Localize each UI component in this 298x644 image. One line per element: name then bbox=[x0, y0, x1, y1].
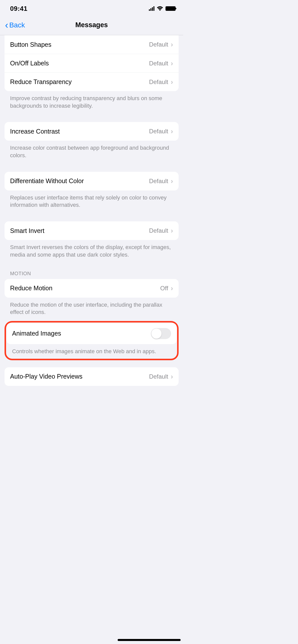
row-label: Differentiate Without Color bbox=[10, 177, 149, 185]
page-title: Messages bbox=[75, 21, 108, 29]
chevron-right-icon: › bbox=[171, 373, 173, 381]
toggle-knob bbox=[151, 329, 161, 339]
motion-group: Reduce Motion Off › bbox=[5, 279, 179, 298]
chevron-right-icon: › bbox=[171, 177, 173, 185]
row-reduce-motion[interactable]: Reduce Motion Off › bbox=[5, 279, 179, 298]
motion-header: MOTION bbox=[5, 260, 179, 279]
nav-bar: ‹ Back Messages bbox=[0, 15, 183, 35]
signal-icon bbox=[149, 6, 154, 11]
row-autoplay-video[interactable]: Auto-Play Video Previews Default › bbox=[5, 367, 179, 386]
group-footer: Increase color contrast between app fore… bbox=[5, 141, 179, 160]
row-value: Off bbox=[160, 285, 168, 292]
chevron-right-icon: › bbox=[171, 284, 173, 292]
row-value: Default bbox=[149, 41, 168, 48]
row-smart-invert[interactable]: Smart Invert Default › bbox=[5, 221, 179, 240]
row-value: Default bbox=[149, 373, 168, 380]
chevron-right-icon: › bbox=[171, 227, 173, 235]
row-label: Smart Invert bbox=[10, 227, 149, 234]
animated-group: Animated Images bbox=[7, 323, 177, 344]
group-footer: Smart Invert reverses the colors of the … bbox=[5, 240, 179, 259]
status-bar: 09:41 bbox=[0, 0, 183, 15]
row-label: On/Off Labels bbox=[10, 60, 149, 67]
contrast-group: Increase Contrast Default › bbox=[5, 122, 179, 141]
battery-icon bbox=[165, 6, 176, 11]
status-time: 09:41 bbox=[10, 5, 27, 13]
back-button[interactable]: ‹ Back bbox=[5, 20, 25, 30]
chevron-left-icon: ‹ bbox=[5, 20, 8, 30]
group-footer: Replaces user interface items that rely … bbox=[5, 190, 179, 210]
row-value: Default bbox=[149, 227, 168, 234]
group-footer: Reduce the motion of the user interface,… bbox=[5, 298, 179, 317]
invert-group: Smart Invert Default › bbox=[5, 221, 179, 240]
row-value: Default bbox=[149, 178, 168, 185]
row-reduce-transparency[interactable]: Reduce Transparency Default › bbox=[5, 72, 179, 91]
back-label: Back bbox=[9, 21, 25, 29]
row-value: Default bbox=[149, 128, 168, 135]
group-footer: Improve contrast by reducing transparenc… bbox=[5, 91, 179, 110]
chevron-right-icon: › bbox=[171, 78, 173, 86]
group-footer: Controls whether images animate on the W… bbox=[7, 344, 177, 358]
row-differentiate-color[interactable]: Differentiate Without Color Default › bbox=[5, 172, 179, 190]
row-button-shapes[interactable]: Button Shapes Default › bbox=[5, 35, 179, 54]
row-label: Reduce Motion bbox=[10, 285, 160, 292]
row-increase-contrast[interactable]: Increase Contrast Default › bbox=[5, 122, 179, 141]
status-icons bbox=[149, 6, 176, 11]
wifi-icon bbox=[157, 6, 163, 11]
highlight-annotation: Animated Images Controls whether images … bbox=[5, 321, 179, 360]
chevron-right-icon: › bbox=[171, 41, 173, 49]
chevron-right-icon: › bbox=[171, 59, 173, 67]
settings-content: Button Shapes Default › On/Off Labels De… bbox=[0, 35, 183, 392]
row-label: Increase Contrast bbox=[10, 128, 149, 135]
row-label: Reduce Transparency bbox=[10, 78, 149, 86]
row-label: Button Shapes bbox=[10, 41, 149, 48]
chevron-right-icon: › bbox=[171, 127, 173, 135]
row-label: Animated Images bbox=[12, 330, 151, 337]
row-value: Default bbox=[149, 78, 168, 86]
toggle-animated-images[interactable] bbox=[151, 328, 171, 339]
row-animated-images[interactable]: Animated Images bbox=[7, 323, 177, 344]
row-onoff-labels[interactable]: On/Off Labels Default › bbox=[5, 54, 179, 72]
autoplay-group: Auto-Play Video Previews Default › bbox=[5, 367, 179, 386]
row-label: Auto-Play Video Previews bbox=[10, 373, 149, 380]
display-group: Button Shapes Default › On/Off Labels De… bbox=[5, 35, 179, 91]
row-value: Default bbox=[149, 60, 168, 67]
differentiate-group: Differentiate Without Color Default › bbox=[5, 172, 179, 190]
